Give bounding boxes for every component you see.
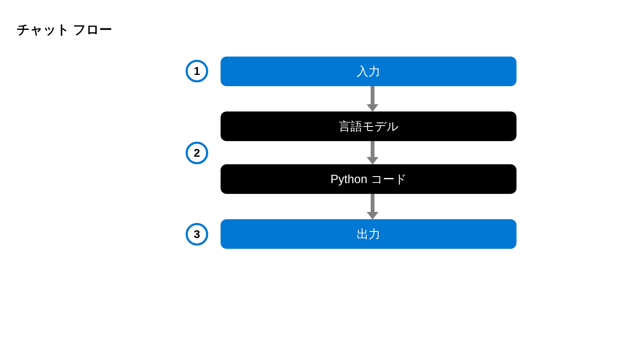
node-output: 出力: [221, 219, 516, 249]
step-badge-3: 3: [186, 223, 208, 246]
node-python-code: Python コード: [221, 164, 516, 194]
arrow-down-icon: [367, 141, 378, 165]
node-input: 入力: [221, 57, 516, 86]
step-badge-2: 2: [186, 142, 208, 164]
diagram-title: チャット フロー: [17, 21, 112, 38]
arrow-down-icon: [367, 86, 378, 112]
arrow-down-icon: [367, 194, 378, 219]
node-language-model: 言語モデル: [221, 111, 516, 141]
step-badge-1: 1: [186, 60, 208, 82]
